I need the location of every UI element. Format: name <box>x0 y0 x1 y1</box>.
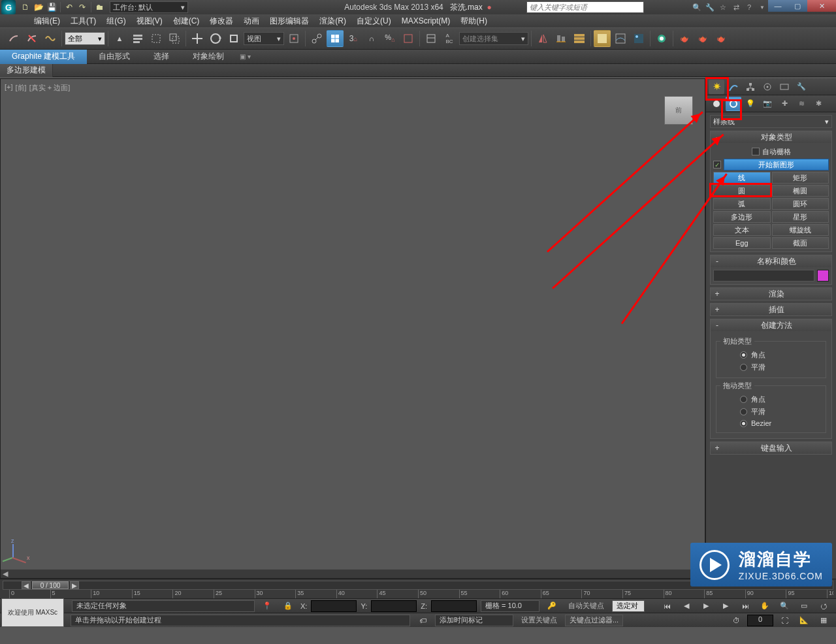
binocular-icon[interactable]: 🔍 <box>691 1 703 13</box>
geometry-icon[interactable] <box>709 97 724 111</box>
time-slider-knob[interactable]: 0 / 100 <box>32 581 69 589</box>
rollout-header-name-color[interactable]: -名称和颜色 <box>711 255 831 267</box>
manipulate-icon[interactable] <box>308 30 325 47</box>
menu-maxscript[interactable]: MAXScript(M) <box>398 16 455 25</box>
minimize-button[interactable]: — <box>768 0 788 12</box>
unlink-icon[interactable] <box>24 30 40 47</box>
shape-arc-button[interactable]: 弧 <box>713 198 771 210</box>
x-field[interactable] <box>311 600 357 612</box>
key-icon[interactable]: 🔑 <box>543 598 560 615</box>
schematic-view-icon[interactable] <box>612 30 629 47</box>
start-new-shape-button[interactable]: 开始新图形 <box>724 159 829 170</box>
viewcube-face[interactable]: 前 <box>664 96 693 125</box>
lock-icon[interactable]: 🔒 <box>280 598 297 615</box>
modify-tab-icon[interactable] <box>726 80 741 94</box>
teapot2-icon[interactable]: 🫖 <box>694 30 711 47</box>
rollout-header-keyboard-entry[interactable]: +键盘输入 <box>711 442 831 454</box>
shape-ellipse-button[interactable]: 椭圆 <box>772 185 829 197</box>
menu-tools[interactable]: 工具(T) <box>67 16 100 27</box>
shape-donut-button[interactable]: 圆环 <box>772 198 829 210</box>
teapot3-icon[interactable]: 🫖 <box>713 30 730 47</box>
rollout-header-creation-method[interactable]: -创建方法 <box>711 319 831 331</box>
save-icon[interactable]: 💾 <box>46 1 57 13</box>
ref-coord-dropdown[interactable]: 视图▾ <box>244 32 284 45</box>
create-subcategory-dropdown[interactable]: 样条线▾ <box>710 115 832 128</box>
initial-corner-radio[interactable] <box>740 351 747 359</box>
wrench-icon[interactable]: 🔧 <box>704 1 716 13</box>
menu-modifiers[interactable]: 修改器 <box>206 16 237 27</box>
menu-help[interactable]: 帮助(H) <box>457 16 491 27</box>
tab-graphite[interactable]: Graphite 建模工具 <box>0 50 87 64</box>
curve-editor-icon[interactable] <box>594 30 611 47</box>
viewport[interactable]: [+] [前] [真实 + 边面] 前 z x ◀ ▶ <box>0 78 705 579</box>
play-icon[interactable]: ▶ <box>698 598 715 615</box>
open-icon[interactable]: 📂 <box>33 1 44 13</box>
y-field[interactable] <box>371 600 417 612</box>
panel-poly-modeling[interactable]: 多边形建模 <box>0 64 53 77</box>
shape-circle-button[interactable]: 圆 <box>713 185 771 197</box>
render-setup-icon[interactable] <box>653 30 670 47</box>
spacewarps-icon[interactable]: ≋ <box>794 97 809 111</box>
drag-bezier-radio[interactable] <box>740 420 747 427</box>
set-key-button[interactable]: 设置关键点 <box>517 615 561 626</box>
link-icon[interactable] <box>5 30 22 47</box>
percent-snap-icon[interactable]: ∩ <box>363 30 380 47</box>
pivot-center-icon[interactable] <box>285 30 302 47</box>
tab-object-paint[interactable]: 对象绘制 <box>181 50 236 64</box>
initial-smooth-radio[interactable] <box>740 364 747 371</box>
add-time-tag[interactable]: 添加时间标记 <box>435 615 513 626</box>
material-editor-icon[interactable] <box>630 30 647 47</box>
move-icon[interactable] <box>189 30 206 47</box>
nav-fov-icon[interactable]: 📐 <box>796 612 812 629</box>
shapes-icon[interactable] <box>726 97 741 111</box>
current-frame-field[interactable]: 0 <box>747 615 773 626</box>
close-button[interactable]: ✕ <box>807 0 836 12</box>
menu-render[interactable]: 渲染(R) <box>315 16 350 27</box>
new-icon[interactable]: 🗋 <box>20 1 31 13</box>
shape-ngon-button[interactable]: 多边形 <box>713 211 771 223</box>
lock-selection-icon[interactable]: 📍 <box>259 598 276 615</box>
mirror-icon[interactable] <box>534 30 551 47</box>
scale-icon[interactable] <box>225 30 242 47</box>
create-tab-icon[interactable]: ✷ <box>709 80 724 94</box>
menu-customize[interactable]: 自定义(U) <box>353 16 395 27</box>
rollout-header-render[interactable]: +渲染 <box>711 288 831 300</box>
maximize-button[interactable]: ▢ <box>788 0 807 12</box>
layer-manager-icon[interactable] <box>571 30 588 47</box>
named-sel-edit-icon[interactable] <box>423 30 440 47</box>
help-search-input[interactable] <box>530 3 641 11</box>
time-tag-icon[interactable]: 🏷 <box>414 612 431 629</box>
select-object-icon[interactable]: ▲ <box>111 30 128 47</box>
edged-faces-icon[interactable] <box>400 30 417 47</box>
object-color-swatch[interactable] <box>817 270 829 282</box>
exchange-icon[interactable]: ⇄ <box>730 1 742 13</box>
undo-icon[interactable]: ↶ <box>63 1 75 13</box>
redo-icon[interactable]: ↷ <box>76 1 88 13</box>
start-shape-checkbox[interactable]: ✓ <box>713 161 721 169</box>
workspace-dropdown[interactable]: 工作台: 默认 ▾ <box>110 1 188 13</box>
utilities-tab-icon[interactable]: 🔧 <box>794 80 809 94</box>
tab-selection[interactable]: 选择 <box>142 50 181 64</box>
systems-icon[interactable]: ✱ <box>811 97 826 111</box>
helpers-icon[interactable]: ✚ <box>777 97 792 111</box>
teapot1-icon[interactable]: 🫖 <box>676 30 693 47</box>
viewport-h-scrollbar[interactable]: ◀ ▶ <box>1 569 705 578</box>
angle-snap-icon[interactable]: 3⌂ <box>345 30 362 47</box>
rotate-icon[interactable] <box>207 30 224 47</box>
cameras-icon[interactable]: 📷 <box>760 97 775 111</box>
motion-tab-icon[interactable] <box>760 80 775 94</box>
shape-helix-button[interactable]: 螺旋线 <box>772 224 829 236</box>
window-crossing-icon[interactable] <box>166 30 183 47</box>
app-icon[interactable]: G <box>1 0 16 14</box>
display-tab-icon[interactable] <box>777 80 792 94</box>
rollout-header-interpolation[interactable]: +插值 <box>711 304 831 315</box>
select-region-rect-icon[interactable] <box>148 30 165 47</box>
selection-filter-dropdown[interactable]: 全部▾ <box>65 32 105 45</box>
goto-start-icon[interactable]: ⏮ <box>658 598 675 615</box>
menu-views[interactable]: 视图(V) <box>133 16 167 27</box>
viewport-label[interactable]: [+] [前] [真实 + 边面] <box>5 83 70 93</box>
shape-star-button[interactable]: 星形 <box>772 211 829 223</box>
autogrid-checkbox[interactable] <box>752 148 760 155</box>
drag-corner-radio[interactable] <box>740 396 747 403</box>
nav-max-toggle-icon[interactable]: ▦ <box>815 612 832 629</box>
